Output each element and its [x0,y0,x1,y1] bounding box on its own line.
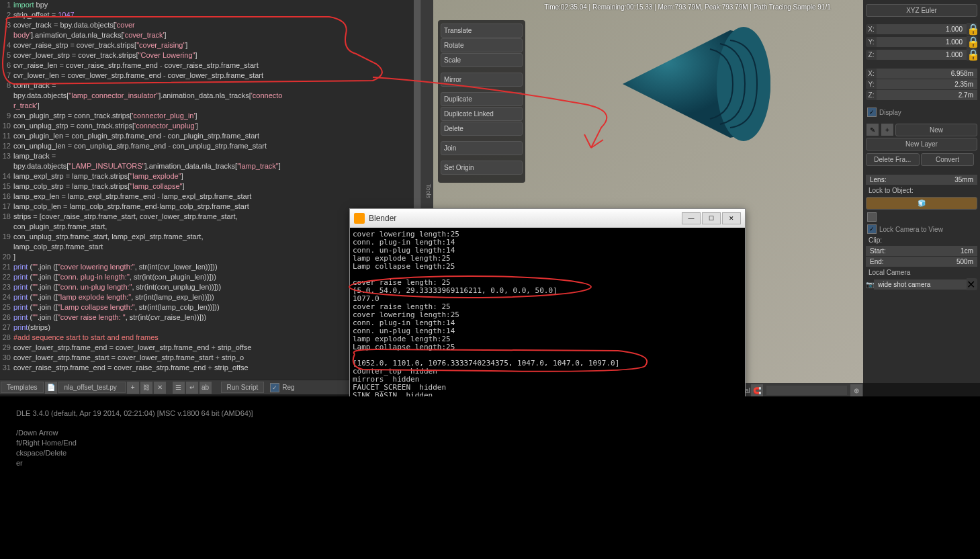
dim-y-field[interactable]: 2.35m [877,79,977,89]
scale-z-field[interactable]: 1.000 [877,50,967,60]
lock-check[interactable] [867,212,877,222]
close-button[interactable]: ✕ [722,212,741,224]
maximize-button[interactable]: ☐ [702,212,721,224]
lens-label: Lens: [866,175,893,185]
register-label: Reg [282,384,294,391]
clip-end-label: End: [866,257,893,267]
unlink-icon[interactable]: ⛓ [140,382,152,394]
scale-button[interactable]: Scale [441,53,523,67]
add-icon[interactable]: + [127,382,139,394]
dim-z-field[interactable]: 2.7m [877,90,977,100]
window-titlebar[interactable]: Blender — ☐ ✕ [350,209,745,228]
scale-x-label: X: [866,24,877,34]
dim-x-field[interactable]: 6.958m [877,69,977,79]
dim-y-label: Y: [866,79,877,89]
rotation-mode-dropdown[interactable]: XYZ Euler [866,4,977,17]
rendered-object [596,17,784,151]
join-button[interactable]: Join [441,141,523,155]
dim-z-label: Z: [866,90,877,100]
run-script-button[interactable]: Run Script [221,382,265,393]
display-check[interactable]: ✓ [867,108,877,117]
lock-camera-check[interactable]: ✓ [867,224,877,234]
camera-field[interactable]: wide shot camera [874,280,967,290]
lock-object-label: Lock to Object: [866,185,977,196]
delete-icon[interactable]: ✕ [154,382,166,394]
clear-icon[interactable]: ✕ [967,278,977,290]
display-label: Display [879,109,901,116]
linenums-icon[interactable]: ☰ [173,382,185,394]
syntax-icon[interactable]: ab [199,382,212,394]
scale-x-field[interactable]: 1.000 [877,24,967,34]
pencil-icon[interactable]: ✎ [866,124,879,136]
clip-label: Clip: [866,235,977,245]
rotate-button[interactable]: Rotate [441,38,523,52]
scale-z-label: Z: [866,50,877,60]
translate-button[interactable]: Translate [441,24,523,38]
clip-start-label: Start: [866,246,893,256]
minimize-button[interactable]: — [682,212,701,224]
layers-grid[interactable] [766,386,847,395]
delete-button[interactable]: Delete [441,122,523,136]
templates-button[interactable]: Templates [1,382,44,393]
lock-icon[interactable]: 🔒 [967,48,977,60]
plus-icon[interactable]: + [881,124,893,136]
set-origin-button[interactable]: Set Origin [441,161,523,175]
window-title: Blender [369,214,682,223]
new-button[interactable]: New [895,124,977,136]
scale-y-field[interactable]: 1.000 [877,37,967,47]
local-camera-label: Local Camera [866,267,977,277]
lens-field[interactable]: 35mm [893,175,977,185]
convert-button[interactable]: Convert [921,153,975,166]
lock-object-field[interactable]: 🧊 [866,197,977,210]
python-console[interactable]: DLE 3.4.0 (default, Apr 19 2014, 02:21:0… [0,396,980,559]
new-layer-button[interactable]: New Layer [866,138,977,150]
properties-panel: XYZ Euler X: 1.000 🔒 Y: 1.000 🔒 Z: 1.000… [863,0,980,383]
mirror-button[interactable]: Mirror [441,73,523,87]
filename-field[interactable]: nla_offset_test.py [58,382,126,393]
scale-y-label: Y: [866,37,877,47]
wrap-icon[interactable]: ↵ [186,382,198,394]
blender-icon [354,213,365,224]
svg-point-0 [717,27,770,141]
duplicate-button[interactable]: Duplicate [441,92,523,106]
widget-icon[interactable]: ⊕ [850,384,862,396]
clip-end-field[interactable]: 500m [893,257,977,267]
duplicate-linked-button[interactable]: Duplicate Linked [441,107,523,121]
tool-panel: Translate Rotate Scale Mirror Duplicate … [438,20,525,183]
delete-frame-button[interactable]: Delete Fra... [866,153,920,166]
dim-x-label: X: [866,69,877,79]
lock-icon[interactable]: 🔒 [967,23,977,35]
snap-icon[interactable]: 🧲 [751,384,763,396]
lock-camera-label: Lock Camera to View [879,226,943,233]
register-check[interactable]: ✓ [270,383,279,392]
file-icon[interactable]: 📄 [45,382,57,394]
lock-icon[interactable]: 🔒 [967,36,977,48]
render-header: Time:02:35.04 | Remaining:00:15.33 | Mem… [515,3,860,11]
clip-start-field[interactable]: 1cm [893,246,977,256]
